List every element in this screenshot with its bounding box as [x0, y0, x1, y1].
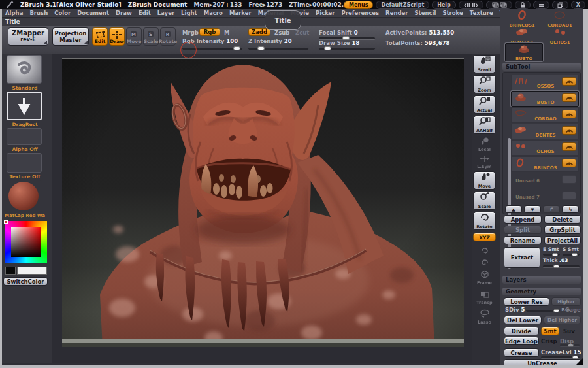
menu-alpha[interactable]: Alpha: [5, 10, 23, 16]
subtool-row-ossos[interactable]: OSSOS: [511, 75, 579, 90]
rotate-button[interactable]: Rotate: [473, 212, 496, 230]
window-stack-buttons[interactable]: [486, 1, 512, 9]
crease-button[interactable]: Crease: [504, 348, 539, 357]
menu-macro[interactable]: Macro: [204, 10, 223, 16]
thick-slider[interactable]: [543, 265, 580, 267]
menu-stroke[interactable]: Stroke: [442, 10, 463, 16]
right-edge[interactable]: [583, 9, 588, 368]
restore-button[interactable]: [552, 1, 568, 9]
alpha-thumbnail[interactable]: [7, 128, 42, 145]
tool-thumb-cordao1[interactable]: CORDAO1: [543, 10, 577, 26]
stroke-thumbnail[interactable]: [7, 92, 42, 120]
zcut-toggle[interactable]: Zcut: [295, 29, 309, 36]
color-sv-square[interactable]: [11, 227, 41, 257]
lasso-toggle[interactable]: Lasso: [473, 309, 496, 325]
projection-master-button[interactable]: Projection Master: [52, 27, 89, 46]
higher-res-button[interactable]: Higher Res: [551, 297, 581, 306]
subtool-row-brincos[interactable]: BRINCOS: [511, 156, 579, 172]
rotate-mode-button[interactable]: R Rotate: [160, 27, 176, 46]
e-smt-slider[interactable]: [543, 254, 560, 256]
menu-light[interactable]: Light: [181, 10, 197, 16]
rotate-z-toggle[interactable]: [473, 256, 496, 269]
frame-toggle[interactable]: Frame: [473, 269, 496, 286]
subtool-row-busto-selected[interactable]: BUSTO: [511, 91, 579, 107]
eye-toggle-icon[interactable]: [562, 159, 576, 167]
menu-marker[interactable]: Marker: [229, 10, 252, 16]
scale-button[interactable]: Scale: [473, 192, 496, 210]
switch-color-button[interactable]: SwitchColor: [3, 277, 48, 286]
zoom-button[interactable]: Zoom: [473, 75, 496, 93]
del-lower-button[interactable]: Del Lower: [504, 316, 542, 324]
cage-toggle[interactable]: Cage: [565, 307, 581, 313]
help-button[interactable]: Help: [432, 1, 456, 9]
rgb-toggle[interactable]: Rgb: [199, 28, 220, 36]
tool-thumb-brincos1[interactable]: BRINCOS1: [505, 10, 539, 26]
menu-stencil[interactable]: Stencil: [415, 10, 436, 16]
append-button[interactable]: Append: [504, 215, 542, 224]
subtool-row-cordao[interactable]: CORDAO: [511, 107, 579, 123]
lsym-toggle[interactable]: L.Sym: [473, 153, 496, 169]
minimize-button[interactable]: [533, 1, 549, 9]
subtool-row-unused-6[interactable]: Unused 6: [511, 173, 579, 188]
suv-toggle[interactable]: Suv: [563, 328, 575, 335]
secondary-color-swatch[interactable]: [17, 267, 47, 275]
texture-thumbnail[interactable]: [7, 153, 42, 173]
zsub-toggle[interactable]: Zsub: [274, 29, 289, 36]
subtool-out-button[interactable]: ↳: [562, 205, 579, 213]
tool-thumb-olhos1[interactable]: OLHOS1: [543, 27, 577, 43]
split-button[interactable]: Split: [504, 226, 542, 234]
crisp-toggle[interactable]: Crisp: [541, 338, 557, 344]
scale-mode-button[interactable]: S Scale: [143, 27, 159, 46]
default-zscript-button[interactable]: DefaultZScript: [376, 1, 429, 9]
draw-mode-button[interactable]: Draw: [109, 27, 125, 46]
eye-toggle-icon[interactable]: [562, 110, 576, 118]
menu-edit[interactable]: Edit: [139, 10, 151, 16]
extract-button[interactable]: Extract: [504, 247, 540, 268]
color-picker[interactable]: [5, 221, 47, 263]
del-higher-button[interactable]: Del Higher: [544, 316, 581, 324]
tool-thumb-busto-selected[interactable]: BUSTO: [505, 43, 543, 61]
scroll-button[interactable]: Scroll: [473, 55, 496, 73]
close-button[interactable]: X: [571, 1, 585, 9]
menu-brush[interactable]: Brush: [29, 10, 48, 16]
transp-toggle[interactable]: Transp: [473, 289, 496, 305]
menu-layer[interactable]: Layer: [157, 10, 174, 16]
e-smt-label[interactable]: E Smt: [543, 246, 559, 252]
subtool-up-button[interactable]: ▲: [505, 205, 522, 213]
move-button[interactable]: Move: [473, 171, 496, 190]
m-toggle[interactable]: M: [224, 29, 229, 36]
s-smt-slider[interactable]: [563, 254, 580, 256]
focal-shift-slider[interactable]: [319, 37, 375, 39]
main-color-swatch[interactable]: [5, 267, 16, 275]
eye-toggle-icon[interactable]: [562, 126, 576, 135]
lock-button[interactable]: [515, 1, 531, 9]
document-canvas[interactable]: [62, 58, 464, 347]
sdiv-slider[interactable]: [526, 310, 560, 312]
subtool-down-button[interactable]: ▼: [524, 205, 541, 213]
disp-slider[interactable]: [560, 344, 580, 346]
smt-toggle[interactable]: Smt: [541, 327, 559, 335]
tool-thumb-dentes1[interactable]: DENTES1: [505, 27, 539, 43]
rotate-y-toggle[interactable]: [473, 244, 496, 257]
subtool-header[interactable]: SubTool: [502, 63, 581, 71]
material-thumbnail[interactable]: [7, 180, 42, 212]
subtool-row-olhos[interactable]: OLHOS: [511, 140, 579, 156]
tray-scroll-buttons[interactable]: [459, 1, 483, 9]
s-smt-label[interactable]: S Smt: [563, 246, 579, 252]
draw-size-slider[interactable]: [319, 48, 375, 50]
subtool-row-dentes[interactable]: DENTES: [511, 124, 579, 139]
eye-toggle-icon[interactable]: [562, 93, 576, 102]
layers-header[interactable]: Layers: [502, 276, 581, 284]
edge-loop-button[interactable]: Edge Loop: [504, 337, 539, 345]
menu-picker[interactable]: Picker: [316, 10, 335, 16]
xyz-button[interactable]: XYZ: [473, 233, 496, 241]
aahalf-button[interactable]: AAHalf: [473, 116, 496, 134]
grpsplit-button[interactable]: GrpSplit: [544, 226, 581, 234]
projectall-button[interactable]: ProjectAll: [544, 236, 581, 244]
z-intensity-slider[interactable]: [248, 48, 308, 50]
eye-toggle-icon[interactable]: [562, 77, 576, 86]
eye-toggle-icon[interactable]: [562, 142, 576, 151]
delete-button[interactable]: Delete: [544, 215, 581, 224]
menu-document[interactable]: Document: [77, 10, 109, 16]
lower-res-button[interactable]: Lower Res: [504, 297, 549, 306]
